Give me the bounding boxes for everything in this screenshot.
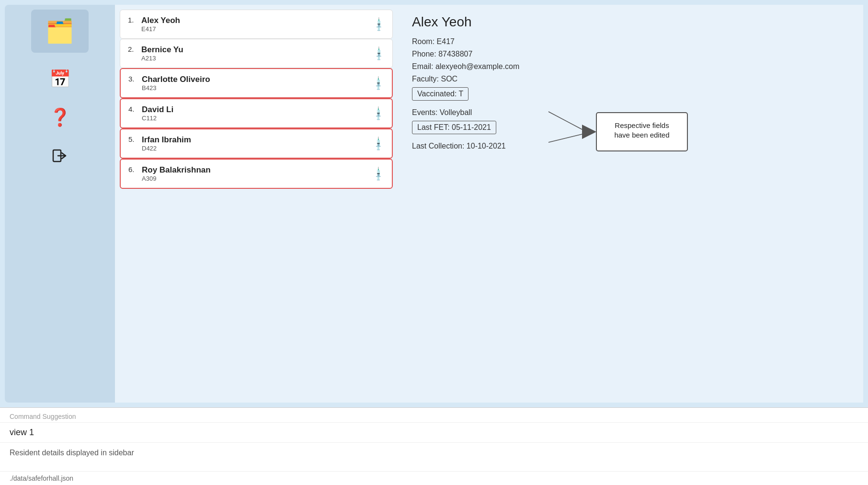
- resident-room-code: A213: [141, 55, 183, 62]
- resident-info: Bernice Yu A213: [141, 45, 183, 62]
- command-input-display[interactable]: view 1: [0, 423, 868, 443]
- resident-card-4[interactable]: 4. David Li C112 💉: [120, 98, 393, 128]
- calendar-icon: 📅: [49, 69, 71, 89]
- detail-phone: Phone: 87438807: [412, 50, 849, 58]
- sidebar-calendar-button[interactable]: 📅: [48, 67, 72, 91]
- command-suggestion-label: Command Suggestion: [0, 408, 868, 423]
- syringe-icon: 💉: [370, 75, 387, 92]
- logout-icon: [51, 147, 69, 164]
- detail-room: Room: E417: [412, 37, 849, 46]
- syringe-icon: 💉: [370, 165, 387, 182]
- resident-card-3[interactable]: 3. Charlotte Oliveiro B423 💉: [120, 68, 393, 98]
- help-icon: ❓: [49, 107, 71, 127]
- filepath-text: ./data/safeforhall.json: [0, 472, 868, 485]
- sidebar: 🗂️ 📅 ❓: [5, 5, 115, 403]
- resident-card-left: 5. Irfan Ibrahim D422: [128, 135, 191, 152]
- resident-room-code: A309: [142, 175, 211, 182]
- detail-email: Email: alexyeoh@example.com: [412, 62, 849, 71]
- feedback-text: Resident details displayed in sidebar: [0, 443, 868, 472]
- resident-name: Charlotte Oliveiro: [142, 75, 210, 84]
- resident-card-5[interactable]: 5. Irfan Ibrahim D422 💉: [120, 128, 393, 159]
- detail-events: Events: Volleyball: [412, 108, 849, 117]
- detail-vaccinated-boxed: Vaccinated: T: [412, 87, 468, 101]
- detail-last-collection: Last Collection: 10-10-2021: [412, 142, 849, 150]
- resident-number: 5.: [128, 135, 138, 143]
- resident-room-code: B423: [142, 84, 210, 92]
- resident-room-code: E417: [141, 25, 180, 33]
- resident-room-code: C112: [142, 115, 173, 122]
- resident-number: 2.: [128, 45, 137, 53]
- detail-panel: Alex Yeoh Room: E417 Phone: 87438807 Ema…: [398, 5, 863, 403]
- resident-card-left: 3. Charlotte Oliveiro B423: [128, 75, 210, 92]
- sidebar-contacts-button[interactable]: 🗂️: [31, 10, 89, 53]
- resident-info: Alex Yeoh E417: [141, 16, 180, 33]
- resident-number: 3.: [128, 75, 138, 83]
- resident-name: David Li: [142, 105, 173, 115]
- sidebar-help-button[interactable]: ❓: [48, 105, 72, 129]
- detail-last-fet-boxed: Last FET: 05-11-2021: [412, 121, 496, 134]
- syringe-icon: 💉: [370, 135, 387, 152]
- resident-name: Alex Yeoh: [141, 16, 180, 25]
- resident-card-1[interactable]: 1. Alex Yeoh E417 💉: [120, 10, 393, 39]
- syringe-icon: 💉: [370, 45, 387, 62]
- resident-card-left: 6. Roy Balakrishnan A309: [128, 165, 211, 182]
- sidebar-logout-button[interactable]: [48, 144, 72, 168]
- detail-title: Alex Yeoh: [412, 14, 849, 30]
- resident-info: Irfan Ibrahim D422: [142, 135, 191, 152]
- bottom-area: Command Suggestion view 1 Resident detai…: [0, 407, 868, 485]
- syringe-icon: 💉: [370, 16, 387, 33]
- resident-info: Charlotte Oliveiro B423: [142, 75, 210, 92]
- resident-card-2[interactable]: 2. Bernice Yu A213 💉: [120, 39, 393, 68]
- resident-card-left: 1. Alex Yeoh E417: [128, 16, 180, 33]
- resident-number: 1.: [128, 16, 137, 24]
- resident-number: 4.: [128, 105, 138, 113]
- resident-card-left: 2. Bernice Yu A213: [128, 45, 183, 62]
- resident-list-panel: 1. Alex Yeoh E417 💉 2. Bernice Yu A213 💉…: [115, 5, 398, 403]
- contacts-icon: 🗂️: [46, 18, 74, 45]
- resident-name: Roy Balakrishnan: [142, 165, 211, 175]
- resident-number: 6.: [128, 165, 138, 173]
- resident-card-6[interactable]: 6. Roy Balakrishnan A309 💉: [120, 159, 393, 189]
- detail-faculty: Faculty: SOC: [412, 75, 849, 83]
- resident-info: David Li C112: [142, 105, 173, 122]
- resident-name: Irfan Ibrahim: [142, 135, 191, 145]
- resident-room-code: D422: [142, 145, 191, 152]
- syringe-icon: 💉: [370, 105, 387, 122]
- resident-card-left: 4. David Li C112: [128, 105, 173, 122]
- resident-name: Bernice Yu: [141, 45, 183, 55]
- resident-info: Roy Balakrishnan A309: [142, 165, 211, 182]
